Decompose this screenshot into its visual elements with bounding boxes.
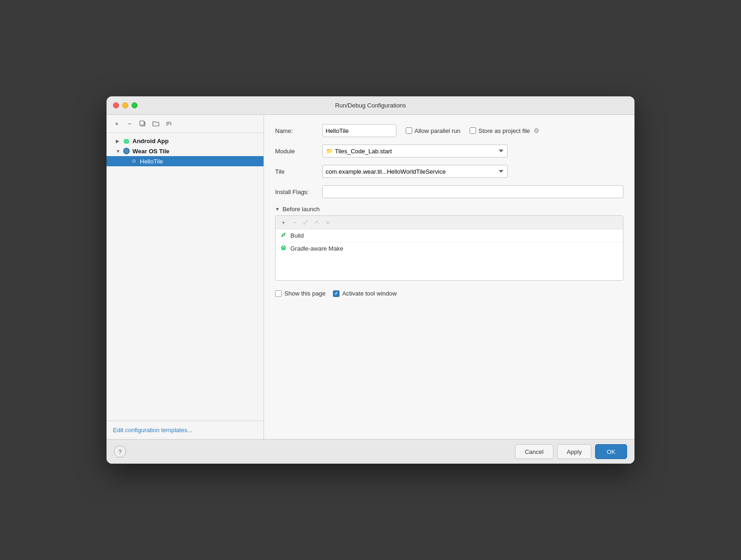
before-launch-list: Build xyxy=(276,229,623,280)
sidebar-tree: ▶ Android App xyxy=(107,133,264,421)
store-project-file-label[interactable]: Store as project file xyxy=(470,127,530,134)
svg-point-12 xyxy=(281,247,286,251)
sidebar-footer: Edit configuration templates... xyxy=(107,421,264,439)
traffic-lights xyxy=(113,102,138,108)
name-label: Name: xyxy=(275,127,317,134)
bl-item-build[interactable]: Build xyxy=(276,229,623,242)
module-row: Module 📁 Tiles_Code_Lab.start xyxy=(275,145,623,157)
install-flags-row: Install Flags: xyxy=(275,185,623,198)
bl-item-build-label: Build xyxy=(290,232,304,239)
store-project-file-checkbox-group: Store as project file ⚙ xyxy=(470,127,540,134)
allow-parallel-checkbox[interactable] xyxy=(406,127,412,134)
android-icon xyxy=(122,137,131,145)
gear-icon[interactable]: ⚙ xyxy=(534,127,540,134)
dialog-footer: ? Cancel Apply OK xyxy=(107,439,634,464)
module-dropdown-wrapper: 📁 Tiles_Code_Lab.start xyxy=(322,145,508,157)
before-launch-toolbar: + − xyxy=(276,216,623,229)
add-config-button[interactable]: + xyxy=(111,119,122,129)
right-panel: Name: Allow parallel run Store as projec… xyxy=(264,115,634,439)
before-launch-box: + − xyxy=(275,215,623,281)
bl-move-up-button[interactable] xyxy=(312,218,322,227)
bl-add-button[interactable]: + xyxy=(278,218,289,227)
remove-config-button[interactable]: − xyxy=(124,119,135,129)
svg-point-11 xyxy=(283,234,284,236)
bl-item-gradle-label: Gradle-aware Make xyxy=(290,245,343,252)
install-flags-label: Install Flags: xyxy=(275,189,317,195)
svg-line-9 xyxy=(125,139,125,140)
minimize-button[interactable] xyxy=(122,102,128,108)
bottom-checkboxes: Show this page Activate tool window xyxy=(275,290,623,297)
tree-arrow-android-app: ▶ xyxy=(116,138,122,144)
activate-tool-window-label[interactable]: Activate tool window xyxy=(333,290,397,297)
svg-rect-6 xyxy=(124,141,129,143)
cancel-button[interactable]: Cancel xyxy=(515,444,553,459)
dialog-title: Run/Debug Configurations xyxy=(335,102,406,109)
gradle-icon xyxy=(280,245,287,252)
apply-button[interactable]: Apply xyxy=(557,444,592,459)
tile-label: Tile xyxy=(275,168,317,175)
module-dropdown[interactable]: Tiles_Code_Lab.start xyxy=(322,145,508,157)
install-flags-input[interactable] xyxy=(322,185,623,198)
ok-button[interactable]: OK xyxy=(595,444,627,459)
main-content: + − xyxy=(107,115,634,439)
bl-item-gradle-make[interactable]: Gradle-aware Make xyxy=(276,242,623,255)
bl-remove-button[interactable]: − xyxy=(289,218,300,227)
svg-point-8 xyxy=(127,141,128,142)
tree-arrow-wear-os: ▼ xyxy=(116,149,122,154)
name-row: Name: Allow parallel run Store as projec… xyxy=(275,124,623,137)
svg-point-7 xyxy=(125,141,126,142)
allow-parallel-label[interactable]: Allow parallel run xyxy=(406,127,460,134)
show-this-page-label[interactable]: Show this page xyxy=(275,290,326,297)
sidebar-item-wear-os-label: Wear OS Tile xyxy=(132,148,170,155)
before-launch-arrow: ▼ xyxy=(275,207,280,212)
sidebar-item-hello-tile[interactable]: HelloTile xyxy=(107,156,264,166)
copy-config-button[interactable] xyxy=(137,119,148,129)
svg-point-16 xyxy=(284,245,285,246)
folder-button[interactable] xyxy=(150,119,161,129)
activate-tool-window-checkbox[interactable] xyxy=(333,290,339,297)
edit-configuration-templates-link[interactable]: Edit configuration templates... xyxy=(113,427,192,434)
build-icon xyxy=(280,232,287,239)
wearos-icon xyxy=(122,147,131,155)
before-launch-title: Before launch xyxy=(283,206,320,213)
tile-dropdown-wrapper: com.example.wear.til...HelloWorldTileSer… xyxy=(322,165,508,178)
module-label: Module xyxy=(275,148,317,155)
titlebar: Run/Debug Configurations xyxy=(107,96,634,115)
name-input[interactable] xyxy=(322,124,396,137)
sidebar-item-android-app[interactable]: ▶ Android App xyxy=(107,136,264,146)
footer-buttons: Cancel Apply OK xyxy=(515,444,627,459)
show-this-page-checkbox[interactable] xyxy=(275,290,282,297)
store-project-file-checkbox[interactable] xyxy=(470,127,476,134)
sidebar: + − xyxy=(107,115,264,439)
tile-dropdown[interactable]: com.example.wear.til...HelloWorldTileSer… xyxy=(322,165,508,178)
dialog-window: Run/Debug Configurations + − xyxy=(107,96,634,464)
sidebar-item-android-app-label: Android App xyxy=(132,138,169,145)
bl-edit-button[interactable] xyxy=(301,218,311,227)
svg-point-15 xyxy=(282,245,283,246)
bl-move-down-button[interactable] xyxy=(323,218,333,227)
before-launch-header: ▼ Before launch xyxy=(275,206,623,213)
maximize-button[interactable] xyxy=(132,102,138,108)
svg-rect-1 xyxy=(140,121,144,125)
hellotile-icon xyxy=(130,157,138,165)
before-launch-section: ▼ Before launch + − xyxy=(275,206,623,281)
sort-button[interactable] xyxy=(163,119,174,129)
close-button[interactable] xyxy=(113,102,119,108)
svg-line-10 xyxy=(128,139,128,140)
allow-parallel-checkbox-group: Allow parallel run xyxy=(406,127,460,134)
sidebar-item-hello-tile-label: HelloTile xyxy=(140,158,163,165)
tile-row: Tile com.example.wear.til...HelloWorldTi… xyxy=(275,165,623,178)
sidebar-toolbar: + − xyxy=(107,115,264,133)
help-button[interactable]: ? xyxy=(114,446,126,458)
sidebar-item-wear-os-tile[interactable]: ▼ Wear OS Tile xyxy=(107,146,264,156)
